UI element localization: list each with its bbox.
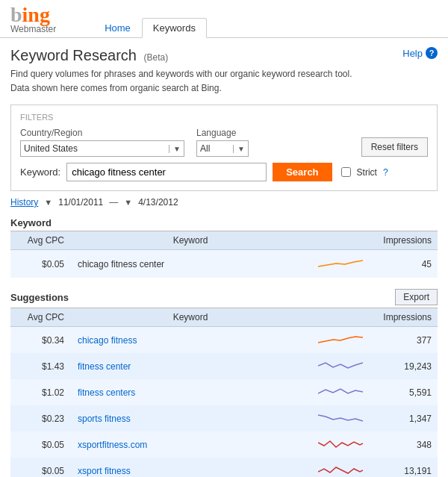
trend-chart-1 xyxy=(318,357,363,373)
language-filter: Language All ▼ xyxy=(196,128,249,157)
language-dropdown-arrow: ▼ xyxy=(233,145,245,153)
filters-label: FILTERS xyxy=(20,113,428,122)
trend-chart-0 xyxy=(318,331,363,347)
language-value: All xyxy=(200,143,233,154)
logo-area: bing Webmaster xyxy=(10,4,56,37)
history-row: History ▼ 11/01/2011 — ▼ 4/13/2012 xyxy=(10,197,438,208)
keyword-row: $0.05 chicago fitness center 45 xyxy=(10,250,438,278)
sug-cell-cpc: $0.23 xyxy=(10,405,70,431)
country-filter: Country/Region United States ▼ xyxy=(20,128,184,157)
trend-chart-4 xyxy=(318,435,363,452)
history-arrow-left: ▼ xyxy=(44,198,52,207)
help-link[interactable]: Help xyxy=(402,48,423,59)
country-label: Country/Region xyxy=(20,128,184,138)
sug-cell-impressions: 19,243 xyxy=(370,353,438,379)
main-nav: Home Keywords xyxy=(93,18,207,37)
kw-col-keyword: Keyword xyxy=(70,231,311,250)
suggestion-row: $0.34 chicago fitness 377 xyxy=(10,327,438,354)
strict-label: Strict xyxy=(357,167,377,178)
page-title-area: Keyword Research (Beta) xyxy=(10,47,168,64)
kw-cell-cpc: $0.05 xyxy=(10,250,70,278)
sug-cell-trend xyxy=(311,327,370,354)
sug-cell-keyword[interactable]: xsportfitness.com xyxy=(70,431,311,458)
kw-cell-trend xyxy=(311,250,370,278)
trend-chart-main xyxy=(318,255,363,271)
suggestions-header-row: Suggestions Export xyxy=(10,287,438,308)
sug-cell-trend xyxy=(311,458,370,477)
beta-badge: (Beta) xyxy=(144,52,169,63)
country-value: United States xyxy=(24,143,169,154)
history-link[interactable]: History xyxy=(10,197,38,208)
sug-cell-cpc: $0.05 xyxy=(10,431,70,458)
suggestion-row: $0.23 sports fitness 1,347 xyxy=(10,405,438,431)
keyword-table-header: Avg CPC Keyword Impressions xyxy=(10,231,438,250)
sug-cell-cpc: $0.05 xyxy=(10,458,70,477)
sug-cell-impressions: 5,591 xyxy=(370,379,438,405)
webmaster-label: Webmaster xyxy=(10,24,56,34)
nav-keywords[interactable]: Keywords xyxy=(142,18,207,38)
suggestions-table-header: Avg CPC Keyword Impressions xyxy=(10,308,438,327)
sug-cell-impressions: 377 xyxy=(370,327,438,354)
country-dropdown-arrow: ▼ xyxy=(169,145,181,153)
kw-col-trend xyxy=(311,231,370,250)
suggestion-row: $1.02 fitness centers 5,591 xyxy=(10,379,438,405)
suggestion-row: $0.05 xsportfitness.com 348 xyxy=(10,431,438,458)
reset-filters-button[interactable]: Reset filters xyxy=(361,137,428,157)
suggestion-row: $0.05 xsport fitness 13,191 xyxy=(10,458,438,477)
keyword-input[interactable] xyxy=(66,163,267,181)
trend-chart-3 xyxy=(318,409,363,425)
keyword-table: Avg CPC Keyword Impressions $0.05 chicag… xyxy=(10,231,438,278)
help-area[interactable]: Help ? xyxy=(402,47,438,59)
sug-col-cpc: Avg CPC xyxy=(10,308,70,327)
description: Find query volumes for phrases and keywo… xyxy=(10,67,438,96)
sug-cell-keyword[interactable]: xsport fitness xyxy=(70,458,311,477)
keyword-section-header: Keyword xyxy=(10,215,438,231)
description-line2: Data shown here comes from organic searc… xyxy=(10,81,438,96)
kw-cell-impressions: 45 xyxy=(370,250,438,278)
sug-cell-trend xyxy=(311,353,370,379)
keyword-label: Keyword: xyxy=(20,166,60,178)
language-label: Language xyxy=(196,128,249,138)
sug-cell-trend xyxy=(311,379,370,405)
country-select[interactable]: United States ▼ xyxy=(20,140,184,157)
help-icon: ? xyxy=(426,47,438,59)
description-line1: Find query volumes for phrases and keywo… xyxy=(10,67,438,81)
filter-row-1: Country/Region United States ▼ Language … xyxy=(20,128,428,157)
suggestions-title: Suggestions xyxy=(10,292,69,303)
sug-cell-keyword[interactable]: fitness center xyxy=(70,353,311,379)
suggestion-row: $1.43 fitness center 19,243 xyxy=(10,353,438,379)
bing-logo: bing xyxy=(10,4,56,25)
sug-col-trend xyxy=(311,308,370,327)
history-arrow-right: ▼ xyxy=(124,198,132,207)
sug-cell-keyword[interactable]: sports fitness xyxy=(70,405,311,431)
sug-cell-keyword[interactable]: fitness centers xyxy=(70,379,311,405)
sug-cell-cpc: $1.02 xyxy=(10,379,70,405)
sug-cell-trend xyxy=(311,405,370,431)
sug-cell-impressions: 1,347 xyxy=(370,405,438,431)
suggestions-table: Avg CPC Keyword Impressions $0.34 chicag… xyxy=(10,308,438,477)
sug-cell-cpc: $0.34 xyxy=(10,327,70,354)
sug-cell-impressions: 348 xyxy=(370,431,438,458)
kw-cell-keyword: chicago fitness center xyxy=(70,250,311,278)
sug-cell-impressions: 13,191 xyxy=(370,458,438,477)
kw-col-cpc: Avg CPC xyxy=(10,231,70,250)
sug-cell-cpc: $1.43 xyxy=(10,353,70,379)
history-date-from: 11/01/2011 xyxy=(58,197,103,208)
kw-col-impressions: Impressions xyxy=(370,231,438,250)
sug-col-impressions: Impressions xyxy=(370,308,438,327)
sug-cell-keyword[interactable]: chicago fitness xyxy=(70,327,311,354)
strict-checkbox[interactable] xyxy=(341,167,351,177)
nav-home[interactable]: Home xyxy=(93,18,142,37)
filters-box: FILTERS Country/Region United States ▼ L… xyxy=(10,105,438,191)
history-date-to: 4/13/2012 xyxy=(138,197,178,208)
trend-chart-2 xyxy=(318,383,363,399)
filter-row-2: Keyword: Search Strict ? xyxy=(20,163,428,181)
page-title: Keyword Research xyxy=(10,47,137,63)
export-button[interactable]: Export xyxy=(395,289,438,305)
strict-question[interactable]: ? xyxy=(383,167,388,178)
language-select[interactable]: All ▼ xyxy=(196,140,249,157)
trend-chart-5 xyxy=(318,461,363,477)
sug-cell-trend xyxy=(311,431,370,458)
title-row: Keyword Research (Beta) Help ? xyxy=(10,47,438,64)
search-button[interactable]: Search xyxy=(273,163,332,181)
